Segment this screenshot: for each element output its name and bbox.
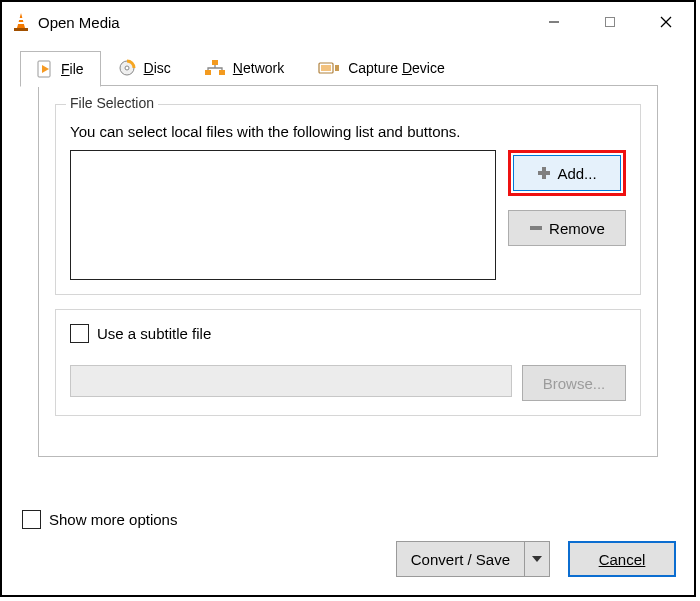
convert-save-label: Convert / Save bbox=[411, 551, 510, 568]
convert-save-button[interactable]: Convert / Save bbox=[396, 541, 550, 577]
subtitle-row: Browse... bbox=[70, 365, 626, 401]
vlc-cone-icon bbox=[12, 12, 30, 32]
tabs-container: File Disc Network Capture Device bbox=[2, 42, 694, 458]
open-media-window: Open Media File bbox=[0, 0, 696, 597]
show-more-options-checkbox[interactable] bbox=[22, 510, 41, 529]
add-button-highlight: Add... bbox=[508, 150, 626, 196]
subtitle-checkbox[interactable] bbox=[70, 324, 89, 343]
minus-icon bbox=[529, 221, 543, 235]
svg-rect-12 bbox=[212, 60, 218, 65]
tab-capture-device[interactable]: Capture Device bbox=[301, 50, 462, 86]
svg-rect-3 bbox=[14, 28, 28, 31]
tab-disc[interactable]: Disc bbox=[101, 50, 188, 86]
file-row: Add... Remove bbox=[70, 150, 626, 280]
convert-save-dropdown[interactable] bbox=[525, 541, 550, 577]
file-selection-hint: You can select local files with the foll… bbox=[70, 123, 626, 140]
capture-device-icon bbox=[318, 60, 340, 76]
window-title: Open Media bbox=[38, 14, 526, 31]
plus-icon bbox=[537, 166, 551, 180]
convert-save-main[interactable]: Convert / Save bbox=[396, 541, 525, 577]
subtitle-checkbox-row[interactable]: Use a subtitle file bbox=[70, 324, 626, 343]
subtitle-group: Use a subtitle file Browse... bbox=[55, 309, 641, 416]
svg-rect-2 bbox=[18, 22, 25, 24]
tab-file-label: File bbox=[61, 61, 84, 77]
minimize-button[interactable] bbox=[526, 2, 582, 42]
file-buttons: Add... Remove bbox=[508, 150, 626, 246]
cancel-button-label: Cancel bbox=[599, 551, 646, 568]
tab-disc-label: Disc bbox=[144, 60, 171, 76]
tab-content: File Selection You can select local file… bbox=[38, 85, 658, 457]
subtitle-browse-label: Browse... bbox=[543, 375, 606, 392]
tab-network-label: Network bbox=[233, 60, 284, 76]
file-play-icon bbox=[37, 60, 53, 78]
svg-rect-14 bbox=[219, 70, 225, 75]
remove-button-label: Remove bbox=[549, 220, 605, 237]
subtitle-checkbox-label: Use a subtitle file bbox=[97, 325, 211, 342]
tab-file[interactable]: File bbox=[20, 51, 101, 87]
subtitle-browse-button: Browse... bbox=[522, 365, 626, 401]
subtitle-path-input bbox=[70, 365, 512, 397]
close-button[interactable] bbox=[638, 2, 694, 42]
svg-rect-1 bbox=[19, 18, 24, 20]
svg-rect-20 bbox=[530, 226, 542, 230]
tab-capture-label: Capture Device bbox=[348, 60, 445, 76]
svg-rect-13 bbox=[205, 70, 211, 75]
show-more-options-row: Show more options bbox=[22, 510, 177, 529]
svg-rect-17 bbox=[335, 65, 339, 71]
remove-button[interactable]: Remove bbox=[508, 210, 626, 246]
add-button-label: Add... bbox=[557, 165, 596, 182]
maximize-button[interactable] bbox=[582, 2, 638, 42]
svg-marker-0 bbox=[17, 13, 25, 28]
titlebar: Open Media bbox=[2, 2, 694, 42]
svg-point-11 bbox=[125, 66, 129, 70]
network-icon bbox=[205, 60, 225, 76]
svg-rect-19 bbox=[538, 171, 550, 175]
file-list[interactable] bbox=[70, 150, 496, 280]
add-button[interactable]: Add... bbox=[513, 155, 621, 191]
svg-marker-21 bbox=[532, 556, 542, 562]
disc-icon bbox=[118, 59, 136, 77]
file-selection-group: File Selection You can select local file… bbox=[55, 104, 641, 295]
show-more-options-label: Show more options bbox=[49, 511, 177, 528]
footer: Convert / Save Cancel bbox=[396, 541, 676, 577]
window-controls bbox=[526, 2, 694, 42]
chevron-down-icon bbox=[532, 556, 542, 562]
svg-rect-5 bbox=[606, 18, 615, 27]
file-selection-legend: File Selection bbox=[66, 95, 158, 111]
cancel-button[interactable]: Cancel bbox=[568, 541, 676, 577]
tabs: File Disc Network Capture Device bbox=[20, 50, 676, 86]
svg-rect-16 bbox=[321, 65, 331, 71]
tab-network[interactable]: Network bbox=[188, 50, 301, 86]
show-more-options[interactable]: Show more options bbox=[22, 510, 177, 529]
